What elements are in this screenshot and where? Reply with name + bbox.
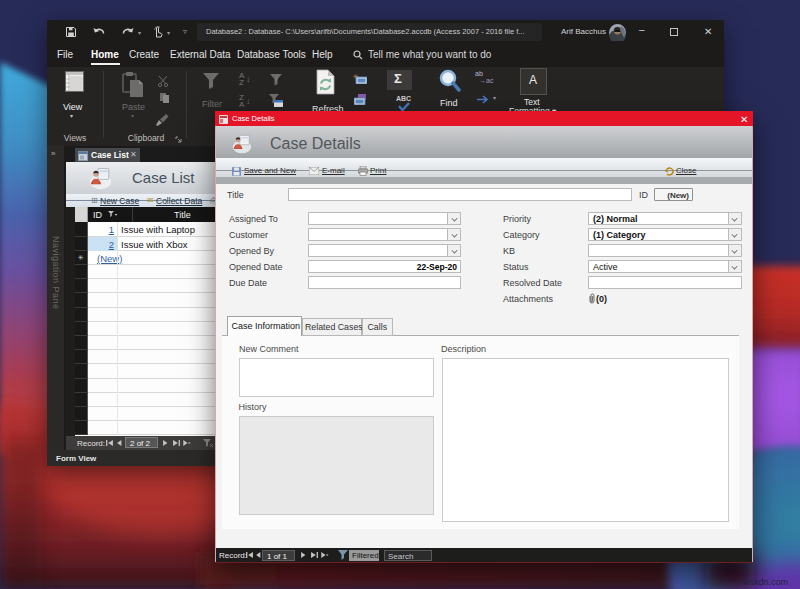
svg-text:*: *	[188, 441, 191, 446]
svg-text:*: *	[326, 553, 329, 558]
svg-text:wsxdn.com: wsxdn.com	[742, 577, 788, 587]
